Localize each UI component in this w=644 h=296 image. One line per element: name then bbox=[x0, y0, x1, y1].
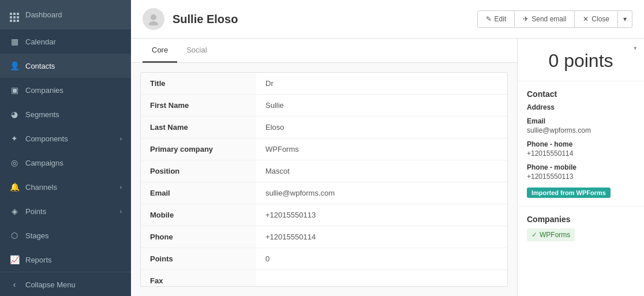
left-panel: Core Social Title Dr First Name Sullie L… bbox=[131, 39, 517, 296]
phone-home-value: +12015550114 bbox=[527, 149, 635, 158]
reports-icon: 📈 bbox=[9, 255, 20, 264]
field-label-fax: Fax bbox=[141, 270, 256, 287]
close-button[interactable]: ✕ Close bbox=[575, 10, 618, 28]
edit-icon: ✎ bbox=[486, 15, 492, 23]
table-row: Position Mascot bbox=[141, 160, 507, 182]
company-tag-wpforms[interactable]: ✓ WPForms bbox=[527, 228, 575, 241]
tab-social[interactable]: Social bbox=[177, 39, 216, 63]
actions-dropdown-button[interactable]: ▾ bbox=[618, 10, 632, 28]
sidebar-item-label: Reports bbox=[25, 256, 122, 264]
field-label-points: Points bbox=[141, 248, 256, 269]
avatar bbox=[143, 8, 164, 30]
imported-tag-label: Imported from WPForms bbox=[527, 188, 611, 198]
collapse-menu-button[interactable]: ‹ Collapse Menu bbox=[0, 272, 131, 296]
field-label-company: Primary company bbox=[141, 138, 256, 160]
email-field: Email sullie@wpforms.com bbox=[527, 117, 635, 134]
check-icon: ✓ bbox=[531, 231, 537, 239]
svg-point-0 bbox=[151, 14, 156, 20]
panel-dropdown-button[interactable]: ▾ bbox=[634, 44, 637, 52]
contact-section-title: Contact bbox=[527, 89, 635, 99]
companies-title: Companies bbox=[527, 215, 635, 224]
field-value-mobile: +12015550113 bbox=[256, 204, 507, 226]
field-value-lastname: Eloso bbox=[256, 117, 507, 138]
calendar-icon: ▦ bbox=[9, 37, 20, 46]
phone-mobile-label: Phone - mobile bbox=[527, 163, 635, 171]
table-row: Last Name Eloso bbox=[141, 117, 507, 138]
phone-mobile-value: +12015550113 bbox=[527, 173, 635, 181]
table-row: Title Dr bbox=[141, 73, 507, 95]
field-value-fax bbox=[256, 270, 507, 287]
contact-detail-table: Title Dr First Name Sullie Last Name Elo… bbox=[140, 72, 508, 287]
address-field: Address bbox=[527, 103, 635, 111]
sidebar-bottom: ‹ Collapse Menu bbox=[0, 272, 131, 296]
field-value-position: Mascot bbox=[256, 160, 507, 182]
table-row: Fax bbox=[141, 270, 507, 287]
contact-info-section: Contact Address Email sullie@wpforms.com… bbox=[518, 81, 644, 207]
sidebar-item-label: Contacts bbox=[25, 62, 122, 70]
contacts-icon: 👤 bbox=[9, 61, 20, 70]
field-value-company: WPForms bbox=[256, 138, 507, 160]
email-value: sullie@wpforms.com bbox=[527, 126, 635, 134]
sidebar-item-label: Components bbox=[25, 134, 114, 143]
field-label-phone: Phone bbox=[141, 226, 256, 248]
table-row: Mobile +12015550113 bbox=[141, 204, 507, 226]
close-icon: ✕ bbox=[583, 15, 589, 23]
table-row: Phone +12015550114 bbox=[141, 226, 507, 248]
segments-icon: ◕ bbox=[9, 110, 20, 119]
sidebar-item-label: Channels bbox=[25, 183, 114, 192]
campaigns-icon: ◎ bbox=[9, 158, 20, 167]
sidebar-item-components[interactable]: ✦ Components › bbox=[0, 126, 131, 151]
sidebar-item-dashboard[interactable]: Dashboard bbox=[0, 0, 131, 29]
email-label: Email bbox=[527, 117, 635, 125]
sidebar-item-channels[interactable]: 🔔 Channels › bbox=[0, 175, 131, 199]
tab-core[interactable]: Core bbox=[143, 39, 177, 63]
dashboard-icon bbox=[9, 8, 20, 22]
field-label-mobile: Mobile bbox=[141, 204, 256, 226]
sidebar-item-segments[interactable]: ◕ Segments bbox=[0, 102, 131, 126]
field-label-firstname: First Name bbox=[141, 95, 256, 116]
contact-header: Sullie Eloso ✎ Edit ✈ Send email ✕ Close… bbox=[131, 0, 644, 39]
edit-button[interactable]: ✎ Edit bbox=[477, 10, 515, 28]
send-icon: ✈ bbox=[523, 15, 529, 23]
table-row: Primary company WPForms bbox=[141, 138, 507, 160]
sidebar-item-label: Dashboard bbox=[25, 10, 122, 19]
field-value-title: Dr bbox=[256, 73, 507, 94]
points-header: ▾ 0 points bbox=[518, 39, 644, 81]
phone-home-label: Phone - home bbox=[527, 140, 635, 148]
companies-icon: ▣ bbox=[9, 85, 20, 95]
chevron-down-icon: ▾ bbox=[623, 15, 627, 23]
sidebar-item-companies[interactable]: ▣ Companies bbox=[0, 78, 131, 102]
sidebar: Dashboard ▦ Calendar 👤 Contacts ▣ Compan… bbox=[0, 0, 131, 296]
send-email-button[interactable]: ✈ Send email bbox=[515, 10, 575, 28]
stages-icon: ⬡ bbox=[9, 231, 20, 240]
field-label-email: Email bbox=[141, 182, 256, 204]
phone-mobile-field: Phone - mobile +12015550113 bbox=[527, 163, 635, 181]
table-row: Email sullie@wpforms.com bbox=[141, 182, 507, 204]
sidebar-item-contacts[interactable]: 👤 Contacts bbox=[0, 54, 131, 78]
field-value-email: sullie@wpforms.com bbox=[256, 182, 507, 204]
components-icon: ✦ bbox=[9, 134, 20, 143]
right-panel: ▾ 0 points Contact Address Email sullie@… bbox=[517, 39, 644, 296]
sidebar-item-label: Stages bbox=[25, 231, 122, 240]
sidebar-item-label: Calendar bbox=[25, 38, 122, 46]
sidebar-item-campaigns[interactable]: ◎ Campaigns bbox=[0, 151, 131, 175]
company-name: WPForms bbox=[540, 231, 570, 239]
field-label-lastname: Last Name bbox=[141, 117, 256, 138]
contact-name: Sullie Eloso bbox=[173, 13, 469, 26]
field-value-firstname: Sullie bbox=[256, 95, 507, 116]
sidebar-item-calendar[interactable]: ▦ Calendar bbox=[0, 29, 131, 54]
field-value-phone: +12015550114 bbox=[256, 226, 507, 248]
svg-point-1 bbox=[149, 21, 158, 25]
field-label-position: Position bbox=[141, 160, 256, 182]
table-row: Points 0 bbox=[141, 248, 507, 270]
table-row: First Name Sullie bbox=[141, 95, 507, 117]
sidebar-item-stages[interactable]: ⬡ Stages bbox=[0, 223, 131, 248]
sidebar-item-label: Campaigns bbox=[25, 159, 122, 167]
channels-icon: 🔔 bbox=[9, 182, 20, 192]
sidebar-item-points[interactable]: ◈ Points › bbox=[0, 199, 131, 223]
sidebar-item-reports[interactable]: 📈 Reports bbox=[0, 248, 131, 272]
sidebar-item-label: Companies bbox=[25, 86, 122, 95]
tabs: Core Social bbox=[131, 39, 517, 63]
content-area: Core Social Title Dr First Name Sullie L… bbox=[131, 39, 644, 296]
field-label-title: Title bbox=[141, 73, 256, 94]
